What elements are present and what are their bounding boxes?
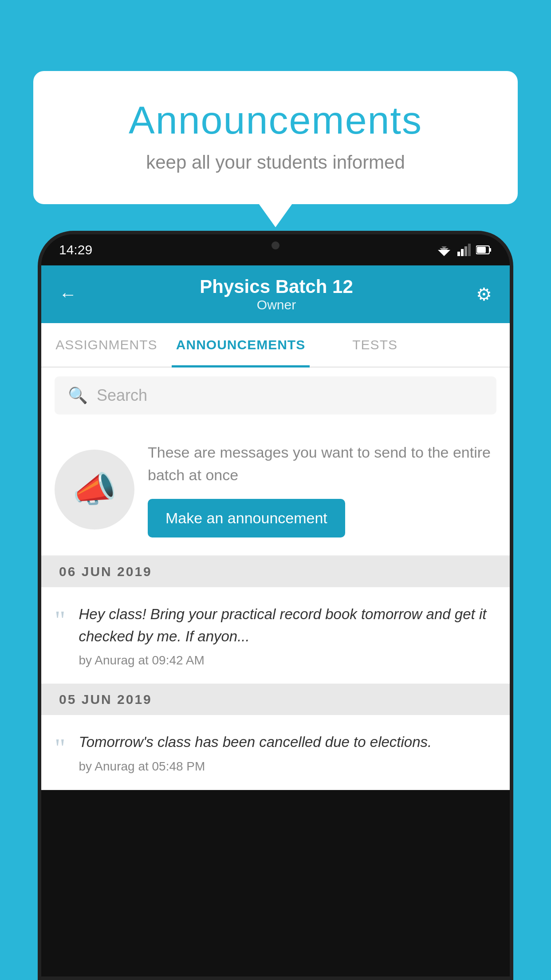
announcement-meta-2: by Anurag at 05:48 PM [79, 759, 497, 774]
megaphone-circle: 📣 [55, 450, 134, 530]
status-time: 14:29 [59, 242, 92, 257]
speech-bubble-container: Announcements keep all your students inf… [33, 71, 518, 204]
speech-bubble: Announcements keep all your students inf… [33, 71, 518, 204]
announcement-text-1: Hey class! Bring your practical record b… [79, 603, 497, 647]
announcement-meta-1: by Anurag at 09:42 AM [79, 653, 497, 668]
announcement-description: These are messages you want to send to t… [148, 441, 496, 486]
batch-name: Physics Batch 12 [200, 276, 353, 297]
announcement-item-1[interactable]: " Hey class! Bring your practical record… [41, 587, 510, 684]
announcement-prompt: 📣 These are messages you want to send to… [41, 423, 510, 556]
camera-dot [272, 241, 279, 249]
back-button[interactable]: ← [59, 285, 77, 304]
date-separator-1: 06 JUN 2019 [41, 556, 510, 587]
owner-label: Owner [200, 297, 353, 312]
svg-rect-5 [464, 246, 467, 256]
announcement-item-2[interactable]: " Tomorrow's class has been cancelled du… [41, 715, 510, 790]
search-icon: 🔍 [68, 386, 88, 405]
make-announcement-button[interactable]: Make an announcement [148, 499, 345, 537]
tab-tests[interactable]: TESTS [310, 323, 440, 367]
notch [240, 234, 311, 257]
header-title: Physics Batch 12 Owner [200, 276, 353, 312]
tab-more [440, 323, 510, 367]
announcement-content-2: Tomorrow's class has been cancelled due … [79, 731, 497, 774]
tab-assignments[interactable]: ASSIGNMENTS [41, 323, 172, 367]
quote-icon-1: " [55, 607, 66, 633]
search-placeholder: Search [97, 386, 147, 405]
speech-bubble-title: Announcements [69, 98, 482, 143]
wifi-icon [436, 244, 452, 256]
announcement-text-2: Tomorrow's class has been cancelled due … [79, 731, 497, 753]
speech-bubble-subtitle: keep all your students informed [69, 152, 482, 173]
svg-rect-8 [489, 248, 491, 252]
svg-rect-4 [461, 249, 464, 256]
svg-rect-9 [477, 247, 486, 253]
phone-screen: ← Physics Batch 12 Owner ⚙ ASSIGNMENTS A… [41, 265, 510, 790]
signal-icon [457, 244, 471, 256]
app-header: ← Physics Batch 12 Owner ⚙ [41, 265, 510, 323]
svg-rect-6 [468, 244, 471, 256]
battery-icon [476, 245, 492, 255]
tabs-bar: ASSIGNMENTS ANNOUNCEMENTS TESTS [41, 323, 510, 368]
tab-announcements[interactable]: ANNOUNCEMENTS [172, 323, 310, 367]
svg-rect-3 [457, 252, 460, 256]
search-container: 🔍 Search [41, 368, 510, 423]
date-separator-2: 05 JUN 2019 [41, 684, 510, 715]
settings-icon[interactable]: ⚙ [476, 284, 492, 304]
announcement-content-1: Hey class! Bring your practical record b… [79, 603, 497, 668]
quote-icon-2: " [55, 735, 66, 761]
status-bar: 14:29 [41, 234, 510, 265]
megaphone-icon: 📣 [72, 469, 117, 510]
status-icons [436, 244, 492, 256]
search-bar[interactable]: 🔍 Search [55, 376, 496, 415]
date-label-2: 05 JUN 2019 [59, 692, 152, 707]
announcement-right: These are messages you want to send to t… [148, 441, 496, 537]
phone-frame: 14:29 [38, 231, 513, 980]
date-label-1: 06 JUN 2019 [59, 564, 152, 579]
